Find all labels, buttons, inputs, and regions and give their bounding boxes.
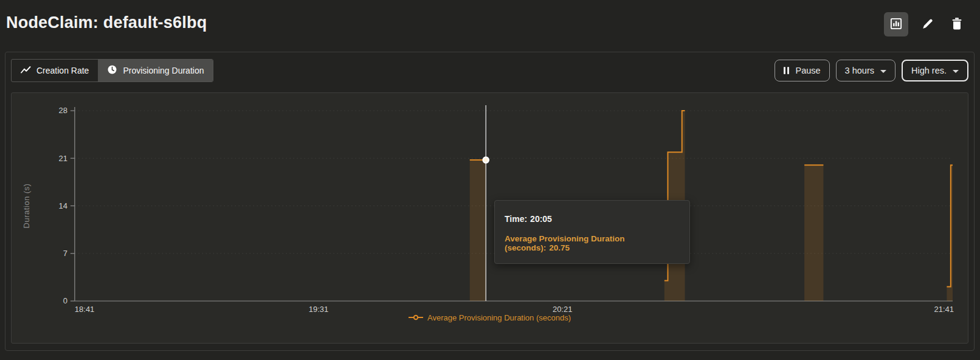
bar-chart-panel-icon <box>889 17 903 32</box>
edit-button[interactable] <box>918 12 937 36</box>
header-actions <box>884 12 967 36</box>
svg-text:Duration (s): Duration (s) <box>22 184 31 229</box>
trash-icon <box>951 17 963 32</box>
chart-toolbar: Creation Rate Provisioning Duration Paus… <box>11 59 968 82</box>
pause-button[interactable]: Pause <box>775 60 829 81</box>
nodeclaim-panel: Creation Rate Provisioning Duration Paus… <box>5 52 975 351</box>
tab-label: Creation Rate <box>36 66 89 75</box>
time-range-dropdown[interactable]: 3 hours <box>836 60 895 81</box>
page-header: NodeClaim: default-s6lbq <box>0 0 980 49</box>
tooltip-time: Time:20:05 <box>505 214 680 224</box>
caret-down-icon <box>953 70 959 73</box>
chart-tabs: Creation Rate Provisioning Duration <box>11 59 213 82</box>
svg-text:21: 21 <box>58 154 67 163</box>
resolution-dropdown[interactable]: High res. <box>902 60 968 81</box>
chart-plot-area[interactable]: 0714212818:4119:3120:2121:41Duration (s) <box>12 93 968 343</box>
legend-label: Average Provisioning Duration (seconds) <box>427 313 571 322</box>
tab-label: Provisioning Duration <box>123 66 204 75</box>
svg-text:14: 14 <box>58 201 67 210</box>
pause-icon <box>784 67 789 74</box>
svg-text:0: 0 <box>63 296 67 305</box>
legend-line-marker-icon <box>409 312 423 323</box>
tab-provisioning-duration[interactable]: Provisioning Duration <box>98 60 213 81</box>
caret-down-icon <box>880 70 886 73</box>
chart-controls: Pause 3 hours High res. <box>775 60 968 81</box>
page-title: NodeClaim: default-s6lbq <box>6 13 207 32</box>
svg-text:7: 7 <box>63 249 67 258</box>
tooltip-series-value: Average Provisioning Duration (seconds):… <box>505 234 680 252</box>
legend-item-avg-provisioning-duration[interactable]: Average Provisioning Duration (seconds) <box>12 312 968 323</box>
edit-pencil-icon <box>921 17 934 32</box>
delete-button[interactable] <box>947 12 967 36</box>
panel-chart-button[interactable] <box>884 12 908 36</box>
tab-creation-rate[interactable]: Creation Rate <box>12 60 98 81</box>
duration-chart-panel: 0714212818:4119:3120:2121:41Duration (s)… <box>11 92 968 344</box>
clock-icon <box>107 64 117 77</box>
svg-text:28: 28 <box>58 106 67 115</box>
chart-tooltip: Time:20:05 Average Provisioning Duration… <box>494 200 690 264</box>
trend-line-icon <box>21 66 31 76</box>
